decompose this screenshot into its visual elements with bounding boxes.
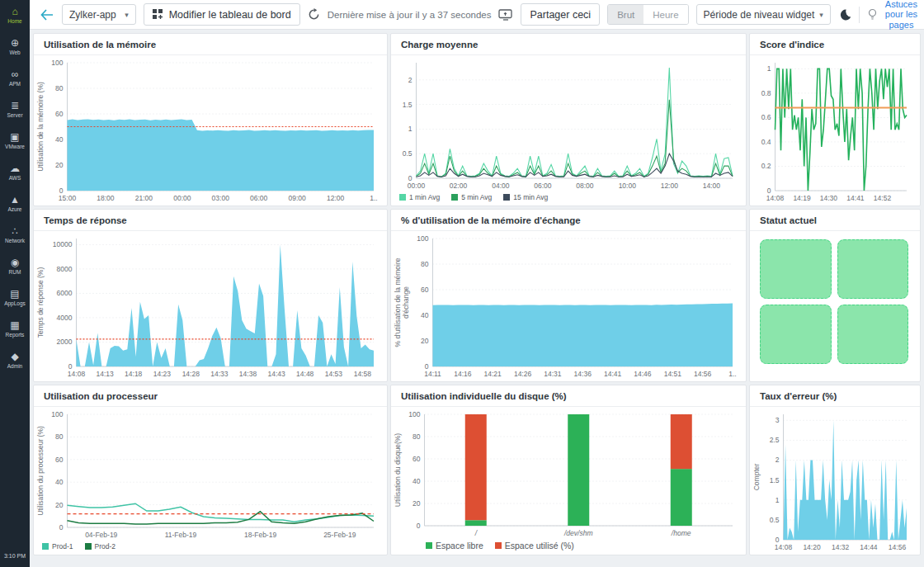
raw-toggle-button[interactable]: Brut [608, 5, 644, 24]
svg-text:06:00: 06:00 [250, 194, 268, 202]
svg-text:14:41: 14:41 [604, 370, 622, 378]
sidebar-item-rum[interactable]: ◉RUM [0, 258, 30, 276]
widget-body: 00.511.522.5314:0814:2014:3214:4414:56Co… [750, 407, 920, 555]
legend-item[interactable]: Prod-1 [42, 542, 73, 550]
svg-text:0.2: 0.2 [761, 162, 771, 170]
svg-text:Compter: Compter [752, 464, 761, 491]
server-icon: ≣ [11, 101, 19, 111]
sidebar-item-apm[interactable]: ∞APM [0, 69, 30, 87]
widget-body: 020406080100//dev/shm/homeUtilisation du… [391, 407, 746, 555]
status-cell[interactable] [837, 305, 909, 364]
svg-text:14:53: 14:53 [325, 370, 343, 378]
svg-text:14:32: 14:32 [832, 543, 850, 551]
legend-swatch [503, 194, 510, 201]
svg-text:/: / [474, 529, 478, 537]
svg-text:25-Feb-19: 25-Feb-19 [323, 531, 356, 539]
svg-text:14:19: 14:19 [793, 194, 811, 202]
back-arrow-icon[interactable] [40, 8, 54, 21]
chart-canvas: 00.20.40.60.8114:0814:1914:3014:4114:52 [752, 57, 917, 205]
svg-text:02:00: 02:00 [450, 182, 468, 190]
sidebar-item-azure[interactable]: ▲Azure [0, 195, 30, 213]
chart-canvas: 020004000600080001000014:0814:1314:1814:… [35, 233, 384, 380]
svg-text:18:00: 18:00 [97, 194, 115, 202]
legend-item[interactable]: Prod-2 [85, 542, 116, 550]
sidebar-item-label: Network [5, 237, 25, 244]
svg-text:20: 20 [55, 501, 64, 509]
page-tips-link[interactable]: Astuces pour les pages [885, 0, 917, 30]
dark-mode-moon-icon[interactable] [838, 8, 851, 21]
chart-canvas: 02040608010004-Feb-1911-Feb-1918-Feb-192… [35, 409, 384, 541]
topbar-divider [859, 7, 860, 23]
bulb-icon [867, 8, 878, 21]
sidebar-item-home[interactable]: ⌂Home [0, 7, 30, 25]
widget-disk-usage: Utilisation individuelle du disque (%)02… [390, 385, 747, 555]
widget-title: Charge moyenne [391, 34, 746, 55]
svg-text:14:56: 14:56 [694, 370, 712, 378]
status-cell[interactable] [760, 239, 832, 299]
svg-text:60: 60 [412, 455, 421, 463]
svg-text:14:38: 14:38 [239, 370, 257, 378]
sidebar-item-aws[interactable]: ☁AWS [0, 163, 30, 182]
dashboard-select[interactable]: Zylker-app ▾ [62, 4, 136, 25]
sidebar-item-reports[interactable]: ▦Reports [0, 320, 30, 338]
svg-text:2: 2 [776, 456, 780, 464]
widget-body: 020004000600080001000014:0814:1314:1814:… [34, 231, 387, 381]
chart-legend: 1 min Avg5 min Avg15 min Avg [393, 192, 742, 205]
svg-text:14:56: 14:56 [889, 543, 907, 551]
svg-text:14:00: 14:00 [703, 182, 721, 190]
svg-text:100: 100 [51, 59, 63, 67]
status-cell[interactable] [837, 239, 909, 299]
svg-text:03:00: 03:00 [212, 194, 230, 202]
svg-text:60: 60 [55, 110, 64, 118]
svg-text:00:00: 00:00 [408, 182, 426, 190]
legend-item[interactable]: 15 min Avg [503, 193, 548, 201]
sidebar-item-vmware[interactable]: ▣VMware [0, 132, 30, 150]
svg-text:0.6: 0.6 [761, 113, 771, 121]
widget-body: 00.20.40.60.8114:0814:1914:3014:4114:52 [750, 55, 920, 206]
svg-text:3: 3 [776, 416, 780, 424]
widget-title: Utilisation individuelle du disque (%) [391, 385, 746, 407]
sidebar-item-applogs[interactable]: ▤AppLogs [0, 289, 30, 307]
sidebar-item-admin[interactable]: ◆Admin [0, 352, 30, 370]
sidebar-item-label: RUM [9, 268, 21, 276]
svg-text:1: 1 [767, 64, 771, 73]
legend-item[interactable]: 1 min Avg [399, 193, 440, 201]
network-icon: ∴ [12, 226, 18, 237]
legend-item[interactable]: Espace libre [426, 541, 483, 550]
edit-dashboard-button[interactable]: Modifier le tableau de bord [144, 3, 300, 26]
status-cell[interactable] [760, 305, 832, 364]
svg-text:1..: 1.. [370, 194, 377, 202]
chart-swap-memory: 02040608010014:1114:1614:2114:2614:3114:… [393, 233, 742, 380]
legend-label: Prod-1 [52, 542, 73, 550]
widget-load-average: Charge moyenne00.511.5200:0002:0004:0006… [390, 33, 747, 206]
svg-text:8000: 8000 [57, 265, 73, 273]
svg-text:40: 40 [412, 477, 421, 485]
svg-text:1..: 1.. [728, 370, 736, 378]
svg-text:2000: 2000 [57, 338, 73, 346]
status-grid [752, 233, 917, 371]
chart-error-rate: 00.511.522.5314:0814:2014:3214:4414:56Co… [752, 409, 917, 554]
legend-item[interactable]: 5 min Avg [451, 193, 492, 201]
chevron-down-icon: ▾ [125, 11, 129, 19]
legend-item[interactable]: Espace utilisé (%) [495, 541, 574, 550]
refresh-icon[interactable] [308, 8, 320, 21]
raw-time-toggle: Brut Heure [607, 4, 688, 25]
widget-period-select[interactable]: Période de niveau widget ▾ [696, 4, 831, 25]
cloud-icon: ☁ [10, 163, 20, 174]
widget-error-rate: Taux d'erreur (%)00.511.522.5314:0814:20… [749, 385, 921, 555]
svg-text:d'échange: d'échange [402, 286, 410, 319]
legend-swatch [495, 542, 502, 549]
svg-text:80: 80 [412, 432, 421, 441]
svg-text:14:43: 14:43 [267, 370, 285, 378]
sidebar-item-web[interactable]: ⊕Web [0, 38, 30, 56]
sidebar-nav: ⌂Home⊕Web∞APM≣Server▣VMware☁AWS▲Azure∴Ne… [0, 0, 30, 567]
svg-text:60: 60 [55, 456, 64, 464]
svg-text:14:18: 14:18 [125, 370, 143, 378]
sidebar-item-server[interactable]: ≣Server [0, 101, 30, 119]
main-area: Zylker-app ▾ Modifier le tableau de bord… [30, 0, 924, 567]
chart-canvas: 02040608010015:0018:0021:0000:0003:0006:… [35, 57, 384, 205]
time-toggle-button[interactable]: Heure [644, 5, 687, 24]
share-button[interactable]: Partager ceci [521, 3, 600, 26]
sidebar-item-network[interactable]: ∴Network [0, 226, 30, 244]
share-screen-icon[interactable] [498, 8, 513, 21]
